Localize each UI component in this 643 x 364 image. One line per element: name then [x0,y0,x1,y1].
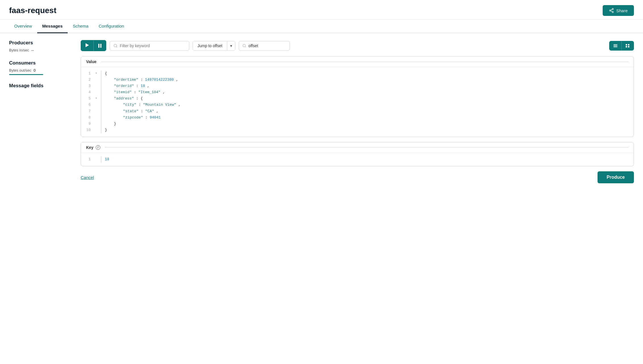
code-line-9: 9 } [81,121,634,127]
bytes-in-label: Bytes in/sec [9,48,29,52]
key-line-num-1: 1 [81,156,95,163]
code-divider-2 [101,77,101,83]
bottom-actions: Cancel Produce [81,171,634,183]
line-num-4: 4 [81,89,95,95]
line-num-8: 8 [81,115,95,121]
content-area: Jump to offset [81,40,634,183]
key-line-code-1: 18 [105,156,634,163]
code-divider-6 [101,102,101,108]
key-title-text: Key [86,145,93,150]
consumers-section: Consumers Bytes out/sec 0 [9,60,72,75]
sidebar: Producers Bytes in/sec -- Consumers Byte… [9,40,72,183]
svg-line-6 [116,46,117,47]
value-code-content: 1 ▾ { 2 "ordertime" : 1497014222380 [81,67,634,137]
key-code-content: 1 18 [81,153,634,166]
play-icon [86,43,89,48]
producers-heading: Producers [9,40,72,46]
line-code-5: "address" : { [105,95,634,102]
producers-section: Producers Bytes in/sec -- [9,40,72,52]
value-panel-title: Value [81,57,634,67]
chevron-down-icon [230,43,232,48]
offset-input-wrap [239,41,290,51]
line-code-8: "zipcode" : 94041 [105,115,634,121]
jump-to-offset-label: Jump to offset [193,41,227,50]
key-panel-title: Key i [81,142,634,153]
line-num-5: 5 [81,95,95,102]
toolbar: Jump to offset [81,40,634,51]
line-gutter-1: ▾ [95,70,101,76]
line-code-6: "city" : "Mountain View" , [105,102,634,108]
pause-button[interactable] [93,40,106,51]
line-code-9: } [105,121,634,127]
code-divider-8 [101,115,101,121]
svg-line-8 [245,46,245,47]
bytes-in-value: -- [31,48,34,52]
code-divider-4 [101,89,101,95]
line-code-10: } [105,127,634,133]
line-num-10: 10 [81,127,95,133]
tab-configuration[interactable]: Configuration [93,20,129,33]
line-code-4: "itemid" : "Item_184" , [105,89,634,95]
code-line-5: 5 ▾ "address" : { [81,95,634,102]
cancel-button[interactable]: Cancel [81,175,94,180]
jump-chevron[interactable] [227,41,235,50]
line-num-1: 1 [81,70,95,77]
play-button[interactable] [81,40,93,51]
info-icon: i [96,145,100,150]
filter-input[interactable] [120,43,186,48]
tab-messages[interactable]: Messages [37,20,68,33]
line-num-3: 3 [81,83,95,89]
view-toggle [609,41,634,51]
tab-schema[interactable]: Schema [68,20,93,33]
bytes-in-row: Bytes in/sec -- [9,48,72,52]
jump-to-offset-group: Jump to offset [193,41,235,51]
offset-search-icon [242,43,246,48]
code-line-3: 3 "orderid" : 18 , [81,83,634,89]
code-line-7: 7 "state" : "CA" , [81,108,634,115]
main-content: Producers Bytes in/sec -- Consumers Byte… [0,33,643,190]
nav-tabs: Overview Messages Schema Configuration [0,20,643,33]
line-code-2: "ordertime" : 1497014222380 , [105,77,634,83]
filter-input-wrap [110,41,189,51]
consumers-heading: Consumers [9,60,72,66]
svg-line-3 [611,11,612,12]
line-code-3: "orderid" : 18 , [105,83,634,89]
line-num-2: 2 [81,77,95,83]
code-divider-5 [101,95,101,102]
code-line-2: 2 "ordertime" : 1497014222380 , [81,77,634,83]
value-title-text: Value [86,59,97,64]
code-line-8: 8 "zipcode" : 94041 [81,115,634,121]
produce-button[interactable]: Produce [598,171,634,183]
code-divider-3 [101,83,101,89]
grid-view-button[interactable] [621,41,634,50]
share-button[interactable]: Share [603,5,634,16]
pause-icon [98,44,101,48]
line-num-9: 9 [81,121,95,127]
message-fields-heading: Message fields [9,83,72,89]
offset-input[interactable] [248,43,286,48]
header: faas-request Share [0,0,643,20]
key-code-divider-1 [101,156,101,163]
search-icon [113,43,118,48]
line-code-7: "state" : "CA" , [105,108,634,115]
code-divider-10 [101,127,101,133]
code-line-4: 4 "itemid" : "Item_184" , [81,89,634,95]
key-panel: Key i 1 18 [81,142,634,166]
bytes-out-label: Bytes out/sec [9,68,31,72]
bytes-out-row: Bytes out/sec 0 [9,68,72,72]
line-num-7: 7 [81,108,95,115]
share-icon [609,8,614,13]
list-view-button[interactable] [609,41,621,50]
line-num-6: 6 [81,102,95,108]
message-fields-section: Message fields [9,83,72,89]
grid-view-icon [626,44,630,47]
tab-overview[interactable]: Overview [9,20,37,33]
code-divider-9 [101,121,101,127]
svg-line-4 [611,9,612,10]
list-view-icon [613,44,617,47]
code-line-10: 10 } [81,127,634,133]
bytes-bar [9,74,43,75]
key-line-1: 1 18 [81,156,634,163]
share-label: Share [616,8,628,13]
code-divider-1 [101,70,101,77]
